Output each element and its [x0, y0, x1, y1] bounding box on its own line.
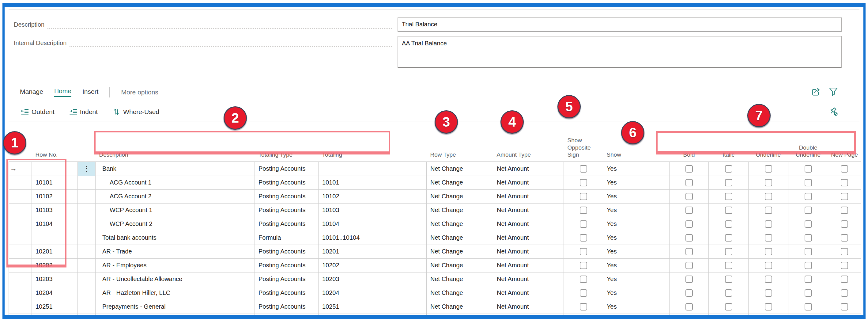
show-opposite-sign-checkbox[interactable] — [580, 248, 587, 255]
drag-handle-cell[interactable]: ⋮ — [78, 258, 96, 272]
internal-description-input[interactable]: AA Trial Balance — [398, 36, 842, 68]
cell-totaling[interactable]: 10201 — [318, 244, 427, 258]
cell-row-type[interactable]: Net Change — [427, 176, 493, 190]
cell-amount-type[interactable]: Net Amount — [493, 162, 564, 176]
cell-show[interactable]: Yes — [603, 203, 670, 217]
cell-description[interactable]: WCP Account 2 — [96, 217, 255, 231]
cell-row-no[interactable]: 10203 — [32, 272, 78, 286]
cell-amount-type[interactable]: Net Amount — [493, 217, 564, 231]
cell-amount-type[interactable]: Net Amount — [493, 231, 564, 244]
new-page-checkbox[interactable] — [841, 221, 848, 228]
bold-checkbox[interactable] — [685, 248, 693, 255]
underline-checkbox[interactable] — [765, 193, 772, 200]
underline-checkbox[interactable] — [765, 221, 772, 228]
drag-handle-cell[interactable]: ⋮ — [78, 286, 96, 300]
cell-amount-type[interactable]: Net Amount — [493, 203, 564, 217]
italic-checkbox[interactable] — [725, 262, 732, 269]
underline-checkbox[interactable] — [765, 275, 772, 283]
double-underline-checkbox[interactable] — [805, 207, 812, 214]
cell-totaling-type[interactable]: Posting Accounts — [255, 162, 318, 176]
cell-totaling-type[interactable]: Posting Accounts — [255, 244, 318, 258]
underline-checkbox[interactable] — [765, 303, 772, 311]
italic-checkbox[interactable] — [725, 221, 732, 228]
cell-show[interactable]: Yes — [603, 231, 670, 244]
filter-icon[interactable] — [829, 87, 838, 96]
cell-totaling[interactable]: 10251 — [318, 300, 427, 314]
tab-home[interactable]: Home — [54, 87, 71, 97]
drag-handle-cell[interactable]: ⋮ — [78, 203, 96, 217]
cell-description[interactable]: WCP Account 1 — [96, 203, 255, 217]
description-input[interactable] — [398, 18, 842, 32]
cell-totaling[interactable]: 10104 — [318, 217, 427, 231]
cell-row-type[interactable]: Net Change — [427, 231, 493, 244]
double-underline-checkbox[interactable] — [805, 179, 812, 186]
new-page-checkbox[interactable] — [841, 234, 848, 241]
cell-show[interactable]: Yes — [603, 217, 670, 231]
italic-checkbox[interactable] — [725, 275, 732, 283]
show-opposite-sign-checkbox[interactable] — [580, 221, 587, 228]
italic-checkbox[interactable] — [725, 248, 732, 255]
unpin-icon[interactable] — [829, 107, 838, 116]
cell-totaling-type[interactable]: Posting Accounts — [255, 190, 318, 203]
cell-totaling-type[interactable]: Posting Accounts — [255, 286, 318, 300]
show-opposite-sign-checkbox[interactable] — [580, 165, 587, 173]
cell-amount-type[interactable]: Net Amount — [493, 190, 564, 203]
cell-totaling[interactable]: 10203 — [318, 272, 427, 286]
italic-checkbox[interactable] — [725, 234, 732, 241]
cell-totaling[interactable]: 10101 — [318, 176, 427, 190]
cell-totaling[interactable]: 10202 — [318, 258, 427, 272]
cell-totaling-type[interactable]: Posting Accounts — [255, 217, 318, 231]
underline-checkbox[interactable] — [765, 234, 772, 241]
cell-totaling-type[interactable]: Posting Accounts — [255, 272, 318, 286]
cell-row-type[interactable]: Net Change — [427, 203, 493, 217]
cell-row-type[interactable]: Net Change — [427, 286, 493, 300]
where-used-button[interactable]: Where-Used — [113, 108, 159, 116]
italic-checkbox[interactable] — [725, 193, 732, 200]
cell-row-type[interactable]: Net Change — [427, 272, 493, 286]
double-underline-checkbox[interactable] — [805, 262, 812, 269]
show-opposite-sign-checkbox[interactable] — [580, 193, 587, 200]
italic-checkbox[interactable] — [725, 165, 732, 173]
drag-handle-cell[interactable]: ⋮ — [78, 272, 96, 286]
cell-show[interactable]: Yes — [603, 258, 670, 272]
show-opposite-sign-checkbox[interactable] — [580, 234, 587, 241]
cell-totaling-type[interactable]: Posting Accounts — [255, 258, 318, 272]
italic-checkbox[interactable] — [725, 179, 732, 186]
cell-totaling[interactable]: 10102 — [318, 190, 427, 203]
drag-handle-cell[interactable]: ⋮ — [78, 300, 96, 314]
share-icon[interactable] — [812, 87, 821, 96]
bold-checkbox[interactable] — [685, 275, 693, 283]
record-selector-cell[interactable]: → — [9, 286, 32, 300]
drag-handle-cell[interactable]: ⋮ — [78, 176, 96, 190]
double-underline-checkbox[interactable] — [805, 248, 812, 255]
cell-row-type[interactable]: Net Change — [427, 300, 493, 314]
cell-amount-type[interactable]: Net Amount — [493, 258, 564, 272]
drag-handle-cell[interactable]: ⋮ — [78, 190, 96, 203]
cell-description[interactable]: AR - Employees — [96, 258, 255, 272]
tab-insert[interactable]: Insert — [83, 88, 99, 96]
bold-checkbox[interactable] — [685, 165, 693, 173]
outdent-button[interactable]: Outdent — [21, 108, 55, 116]
cell-description[interactable]: ACG Account 2 — [96, 190, 255, 203]
new-page-checkbox[interactable] — [841, 248, 848, 255]
cell-show[interactable]: Yes — [603, 244, 670, 258]
drag-handle-cell[interactable]: ⋮ — [78, 231, 96, 244]
bold-checkbox[interactable] — [685, 193, 693, 200]
more-options-button[interactable]: More options — [121, 89, 158, 96]
col-header-row-no[interactable]: Row No. — [32, 121, 78, 162]
new-page-checkbox[interactable] — [841, 193, 848, 200]
cell-totaling-type[interactable]: Posting Accounts — [255, 203, 318, 217]
cell-totaling[interactable]: 10103 — [318, 203, 427, 217]
drag-handle-cell[interactable]: ⋮ — [78, 244, 96, 258]
double-underline-checkbox[interactable] — [805, 165, 812, 173]
cell-amount-type[interactable]: Net Amount — [493, 286, 564, 300]
double-underline-checkbox[interactable] — [805, 221, 812, 228]
new-page-checkbox[interactable] — [841, 262, 848, 269]
show-opposite-sign-checkbox[interactable] — [580, 275, 587, 283]
cell-amount-type[interactable]: Net Amount — [493, 176, 564, 190]
cell-row-type[interactable]: Net Change — [427, 190, 493, 203]
bold-checkbox[interactable] — [685, 207, 693, 214]
double-underline-checkbox[interactable] — [805, 275, 812, 283]
italic-checkbox[interactable] — [725, 303, 732, 311]
show-opposite-sign-checkbox[interactable] — [580, 207, 587, 214]
